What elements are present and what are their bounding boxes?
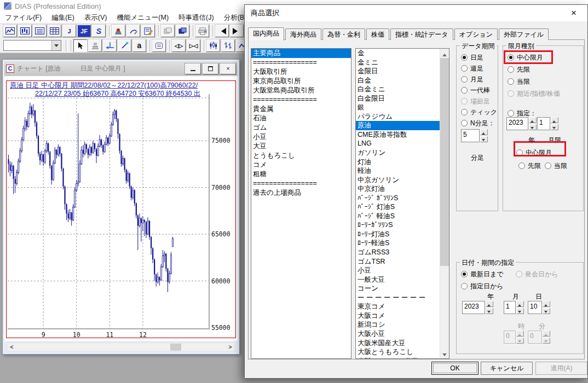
list-item[interactable]: 石油 <box>251 114 351 123</box>
list-item[interactable]: 灯油 <box>356 158 440 167</box>
list-item[interactable]: 粗糖 <box>251 170 351 179</box>
menu-item[interactable]: 表示(V) <box>79 12 112 23</box>
list-item[interactable]: 大阪取引所 <box>251 67 351 77</box>
tab-指標・統計データ[interactable]: 指標・統計データ <box>390 28 453 40</box>
list-item[interactable]: ゴムRSS3 <box>356 248 440 257</box>
radio-circle[interactable] <box>461 76 468 83</box>
list-item[interactable]: 大阪堂島商品取引所 <box>251 86 351 95</box>
radio-circle[interactable] <box>461 65 468 72</box>
spin-down-icon[interactable] <box>480 136 488 142</box>
list-item[interactable]: 中京ガソリン <box>356 176 440 185</box>
list-item[interactable]: ================ <box>251 179 351 188</box>
radio-ティック[interactable]: ティック <box>461 107 497 117</box>
spin-down-icon[interactable] <box>486 308 493 314</box>
radio-circle[interactable] <box>461 283 468 289</box>
chart-frame[interactable]: 原油 日足 中心限月 期間22/08/02～22/12/27(100)高7906… <box>6 80 236 338</box>
radio-週足[interactable]: 週足 <box>461 63 483 73</box>
minute-spinner[interactable]: 0 <box>528 330 550 344</box>
shrink-bars-icon[interactable]: ▷◁ <box>187 39 200 52</box>
table-icon[interactable] <box>48 25 61 37</box>
jiji-s-icon[interactable]: S <box>92 25 106 37</box>
ok-button[interactable]: OK <box>431 362 479 375</box>
tab-海外商品[interactable]: 海外商品 <box>285 28 321 40</box>
list-item[interactable]: 金ミニ <box>356 58 440 67</box>
radio-日足[interactable]: 日足 <box>461 53 483 62</box>
list-item[interactable]: 大阪小豆 <box>356 329 440 339</box>
radio-circle[interactable] <box>545 163 551 169</box>
window-cascade-gray-icon[interactable] <box>161 25 175 37</box>
menu-item[interactable]: ファイル(F) <box>0 12 47 23</box>
list-item[interactable]: ﾊﾞｰｼﾞ 灯油S <box>356 202 440 212</box>
list-item[interactable]: ﾊﾞｰｼﾞ ｶﾞｿﾘﾝS <box>356 194 440 203</box>
list-item[interactable]: 小豆 <box>356 266 440 275</box>
tab-国内商品[interactable]: 国内商品 <box>248 27 284 40</box>
list-item[interactable]: 一般大豆 <box>356 275 440 285</box>
radio-期近/指標/株価[interactable]: 期近/指標/株価 <box>508 89 560 98</box>
n-minute-spinner[interactable]: 5 <box>461 129 488 142</box>
printer-icon[interactable] <box>195 25 209 37</box>
list-item[interactable]: ﾛｰﾘｰｶﾞｿﾘﾝS <box>356 220 440 230</box>
scroll-up-icon[interactable] <box>440 49 449 57</box>
list-item[interactable]: 過去の上場商品 <box>251 188 351 198</box>
trendline-tool-icon[interactable] <box>118 39 131 52</box>
line-chart-icon[interactable] <box>3 25 17 37</box>
list-item[interactable]: ゴム <box>251 123 351 132</box>
menu-item[interactable]: 機能メニュー(M) <box>112 12 174 23</box>
hscroll-thumb[interactable] <box>170 344 181 351</box>
radio-circle[interactable] <box>518 163 525 169</box>
tab-外部ファイル[interactable]: 外部ファイル <box>499 28 549 40</box>
radio-circle[interactable] <box>461 98 468 105</box>
tab-為替・金利[interactable]: 為替・金利 <box>322 28 365 40</box>
symbol-combobox[interactable] <box>3 40 61 51</box>
radio-from-date[interactable]: 指定日から <box>461 281 504 291</box>
contract-month-spinner[interactable]: 1 <box>537 117 558 130</box>
radio-先限[interactable]: 先限 <box>508 65 530 74</box>
spin-down-icon[interactable] <box>529 124 537 130</box>
stamp-tool-icon[interactable] <box>88 39 102 52</box>
list-item[interactable]: 大阪コーン７５指数 <box>356 357 440 359</box>
list-item[interactable]: 東京商品取引所 <box>251 77 351 86</box>
n-minute-value[interactable]: 5 <box>461 129 480 142</box>
jf-news-icon[interactable]: JF <box>77 25 91 37</box>
radio-circle[interactable] <box>508 90 514 97</box>
radio-circle[interactable] <box>516 271 522 277</box>
scroll-left-icon[interactable]: < <box>7 343 16 351</box>
spin-up-icon[interactable] <box>551 117 558 123</box>
candle-style-icon[interactable] <box>206 39 220 52</box>
window-cascade-blue-icon[interactable] <box>176 25 189 37</box>
radio-月足[interactable]: 月足 <box>461 74 483 84</box>
list-item[interactable]: 大豆 <box>251 142 351 151</box>
note-icon[interactable] <box>152 39 166 52</box>
back-icon[interactable] <box>215 25 229 37</box>
radio-一代棒[interactable]: 一代棒 <box>461 85 490 95</box>
list-item[interactable]: 原油 <box>356 121 440 130</box>
list-item[interactable]: 主要商品 <box>251 49 351 58</box>
chart-window-titlebar[interactable]: C チャート [原油 日足 中心限月 ] × <box>4 61 238 76</box>
price-plot[interactable]: 91011127500070000650006000055000 <box>7 81 235 338</box>
date-month-spinner[interactable]: 1 <box>504 301 524 314</box>
radio-circle[interactable] <box>508 110 514 117</box>
memo-edit-icon[interactable] <box>141 25 155 37</box>
radio-当限[interactable]: 当限 <box>508 77 530 86</box>
date-day-value[interactable]: 10 <box>528 301 542 314</box>
minimize-button[interactable] <box>185 63 201 74</box>
chart-hscrollbar[interactable]: < > <box>7 343 235 352</box>
list-item[interactable]: ガソリン <box>356 148 440 158</box>
spin-up-icon[interactable] <box>529 117 537 123</box>
list-item[interactable]: ﾛｰﾘｰ灯油S <box>356 230 440 239</box>
quote-list-icon[interactable] <box>33 25 47 37</box>
list-item[interactable]: 大阪コメ <box>356 311 440 321</box>
vscroll-thumb[interactable] <box>440 58 449 266</box>
list-item[interactable]: コーン <box>356 284 440 293</box>
list-item[interactable]: 小豆 <box>251 132 351 142</box>
contract-year-spinner[interactable]: 2023 <box>506 117 537 130</box>
contract-year-value[interactable]: 2023 <box>506 117 528 130</box>
date-month-value[interactable]: 1 <box>504 301 516 314</box>
forward-icon[interactable] <box>230 25 244 37</box>
list-item[interactable]: 貴金属 <box>251 105 351 114</box>
axis-tool-icon[interactable] <box>103 39 117 52</box>
list-item[interactable]: 白金ミニ <box>356 85 440 94</box>
spin-up-icon[interactable] <box>486 301 493 307</box>
scroll-down-icon[interactable] <box>440 350 449 358</box>
list-item[interactable]: パラジウム <box>356 112 440 121</box>
